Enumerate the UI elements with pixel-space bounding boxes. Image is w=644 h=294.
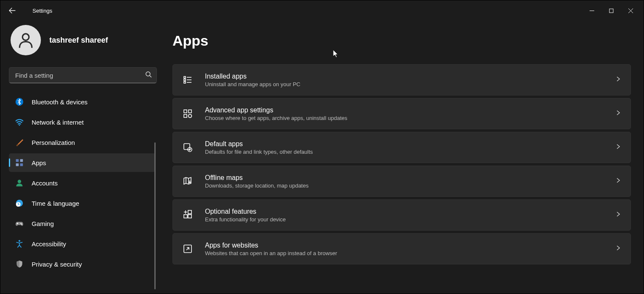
card-subtitle: Choose where to get apps, archive apps, … <box>205 115 615 121</box>
svg-rect-15 <box>184 76 186 78</box>
svg-rect-18 <box>184 110 187 113</box>
card-subtitle: Uninstall and manage apps on your PC <box>205 81 615 87</box>
svg-rect-20 <box>184 114 187 117</box>
apps-gear-icon <box>182 108 193 119</box>
svg-rect-24 <box>184 215 187 218</box>
chevron-right-icon <box>615 211 621 219</box>
sidebar-item-label: Network & internet <box>32 119 84 126</box>
sidebar-item-label: Accessibility <box>32 240 66 248</box>
sidebar-item-accounts[interactable]: Accounts <box>9 174 156 192</box>
card-title: Apps for websites <box>205 242 615 249</box>
svg-rect-5 <box>16 159 19 162</box>
svg-rect-19 <box>189 110 191 113</box>
bluetooth-icon <box>15 97 24 106</box>
close-icon <box>628 8 633 13</box>
svg-point-9 <box>18 180 21 183</box>
close-button[interactable] <box>621 4 640 17</box>
card-optional-features[interactable]: Optional features Extra functionality fo… <box>172 199 631 231</box>
sidebar-item-accessibility[interactable]: Accessibility <box>9 234 156 253</box>
svg-rect-26 <box>188 210 191 214</box>
list-icon <box>182 74 193 85</box>
back-button[interactable] <box>4 2 21 19</box>
card-title: Installed apps <box>205 73 615 80</box>
sidebar-item-apps[interactable]: Apps <box>9 153 156 172</box>
svg-rect-16 <box>184 79 186 81</box>
search-box <box>9 67 157 83</box>
card-title: Advanced app settings <box>205 106 615 114</box>
titlebar: Settings <box>0 0 644 21</box>
chevron-right-icon <box>615 245 621 253</box>
chevron-right-icon <box>615 110 621 117</box>
minimize-button[interactable] <box>582 4 601 17</box>
card-subtitle: Extra functionality for your device <box>205 216 615 223</box>
svg-rect-25 <box>188 215 191 218</box>
wifi-icon <box>15 117 24 127</box>
svg-point-12 <box>20 223 21 224</box>
main-content: Apps Installed apps Uninstall and manage… <box>156 21 644 294</box>
sidebar-item-label: Bluetooth & devices <box>32 98 88 106</box>
card-apps-for-websites[interactable]: Apps for websites Websites that can open… <box>172 233 631 264</box>
avatar <box>11 25 41 55</box>
minimize-icon <box>590 8 594 13</box>
settings-cards: Installed apps Uninstall and manage apps… <box>172 64 631 264</box>
svg-rect-17 <box>184 82 186 83</box>
apps-icon <box>15 158 24 167</box>
sidebar-item-label: Accounts <box>32 180 58 187</box>
card-subtitle: Downloads, storage location, map updates <box>205 182 615 189</box>
card-title: Offline maps <box>205 174 615 182</box>
svg-rect-8 <box>20 163 23 166</box>
account-icon <box>15 178 24 188</box>
svg-point-13 <box>21 224 22 225</box>
clock-globe-icon <box>15 199 24 208</box>
card-default-apps[interactable]: Default apps Defaults for file and link … <box>172 132 631 163</box>
svg-point-4 <box>19 125 20 126</box>
sidebar: tashreef shareef Bluetooth & devices Net… <box>0 21 156 294</box>
card-title: Optional features <box>205 208 615 215</box>
nav: Bluetooth & devices Network & internet P… <box>9 93 156 273</box>
sidebar-item-label: Gaming <box>32 220 54 227</box>
page-title: Apps <box>172 33 631 49</box>
back-arrow-icon <box>9 7 16 14</box>
profile-block[interactable]: tashreef shareef <box>9 25 156 55</box>
accessibility-icon <box>15 239 24 248</box>
sidebar-item-label: Time & language <box>32 200 79 207</box>
chevron-right-icon <box>615 144 621 151</box>
chevron-right-icon <box>615 76 621 84</box>
sidebar-item-label: Apps <box>32 159 46 166</box>
sidebar-item-network[interactable]: Network & internet <box>9 113 156 131</box>
paintbrush-icon <box>15 138 24 147</box>
maximize-button[interactable] <box>601 4 621 17</box>
maximize-icon <box>609 8 614 13</box>
window-controls <box>582 4 640 17</box>
open-external-icon <box>182 243 193 254</box>
sidebar-scrollbar[interactable] <box>154 142 156 289</box>
chevron-right-icon <box>615 177 621 185</box>
person-icon <box>16 31 35 49</box>
search-input[interactable] <box>9 67 157 83</box>
svg-point-2 <box>146 72 150 76</box>
sidebar-item-label: Privacy & security <box>32 261 82 268</box>
svg-rect-7 <box>16 163 19 166</box>
card-subtitle: Websites that can open in an app instead… <box>205 250 615 256</box>
card-title: Default apps <box>205 140 615 148</box>
map-download-icon <box>182 176 193 187</box>
sidebar-item-time[interactable]: Time & language <box>9 194 156 212</box>
svg-point-14 <box>19 240 20 242</box>
svg-rect-22 <box>184 144 190 150</box>
gamepad-icon <box>15 219 24 228</box>
sidebar-item-privacy[interactable]: Privacy & security <box>9 255 156 273</box>
default-app-icon <box>182 142 193 153</box>
window-title: Settings <box>32 8 52 14</box>
add-feature-icon <box>182 210 193 220</box>
sidebar-item-personalization[interactable]: Personalization <box>9 133 156 152</box>
username: tashreef shareef <box>49 36 108 45</box>
search-icon <box>145 71 152 79</box>
card-offline-maps[interactable]: Offline maps Downloads, storage location… <box>172 166 631 197</box>
sidebar-item-bluetooth[interactable]: Bluetooth & devices <box>9 93 156 111</box>
card-advanced-app-settings[interactable]: Advanced app settings Choose where to ge… <box>172 98 631 129</box>
card-installed-apps[interactable]: Installed apps Uninstall and manage apps… <box>172 64 631 95</box>
svg-rect-6 <box>20 159 23 162</box>
svg-point-1 <box>22 34 29 40</box>
svg-rect-0 <box>609 9 613 13</box>
sidebar-item-gaming[interactable]: Gaming <box>9 214 156 233</box>
